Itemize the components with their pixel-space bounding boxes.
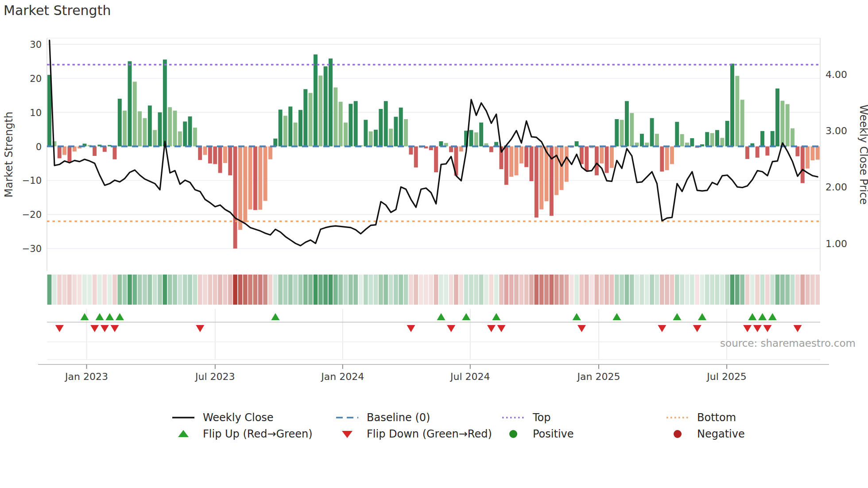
strength-bar (816, 147, 820, 160)
heat-cell (233, 275, 237, 305)
heat-cell (248, 275, 252, 305)
legend-label: Negative (697, 428, 745, 440)
heat-cell (439, 275, 443, 305)
strength-bar (504, 147, 508, 185)
heat-cell (806, 275, 810, 305)
flip-up-marker (105, 313, 114, 320)
heat-cell (775, 275, 780, 305)
strength-bar (620, 120, 624, 147)
flip-up-marker (698, 313, 706, 320)
strength-bar (62, 147, 66, 155)
strength-bar (213, 147, 217, 164)
strength-bar (479, 123, 483, 147)
heat-cell (539, 275, 544, 305)
strength-bar (630, 113, 634, 146)
strength-bar (765, 147, 769, 156)
right-axis-title: Weekly Close Price (857, 105, 868, 205)
strength-bar (519, 147, 523, 163)
strength-bar (324, 66, 328, 147)
heat-cell (489, 275, 493, 305)
strength-bar (725, 121, 729, 147)
legend-item-bottom: Bottom (665, 410, 736, 426)
heat-cell (138, 275, 142, 305)
flip-down-marker (497, 325, 506, 332)
heat-cell (183, 275, 187, 305)
strength-bar (369, 132, 373, 147)
heat-cell (795, 275, 800, 305)
y-left-tick-label: 30 (30, 39, 42, 50)
legend-item-positive: Positive (501, 426, 574, 442)
heat-cell (715, 275, 720, 305)
heat-cell (178, 275, 182, 305)
heat-cell (579, 275, 584, 305)
flip-up-marker (748, 313, 756, 320)
chart-canvas: Jan 2023Jul 2023Jan 2024Jul 2024Jan 2025… (0, 0, 868, 488)
heat-cell (635, 275, 639, 305)
strength-bar (329, 58, 333, 146)
heat-cell (158, 275, 162, 305)
heat-cell (117, 275, 122, 305)
heat-cell (323, 275, 328, 305)
strength-bar (384, 101, 388, 146)
heat-cell (645, 275, 649, 305)
strength-bar (123, 111, 127, 147)
heat-cell (785, 275, 790, 305)
strength-bar (128, 61, 132, 146)
negative-circle-icon (665, 428, 690, 440)
heat-cell (72, 275, 77, 305)
heat-cell (675, 275, 679, 305)
market-strength-figure: Market Strength Jan 2023Jul 2023Jan 2024… (0, 0, 868, 488)
strength-bar (309, 93, 313, 147)
strength-bar (705, 132, 709, 146)
strength-bar (344, 123, 348, 147)
strength-bar (223, 147, 227, 163)
heat-cell (203, 275, 207, 305)
bottom-dotted-icon (665, 411, 690, 424)
heat-cell (62, 275, 67, 305)
heat-cell (630, 275, 634, 305)
strength-bar (294, 123, 298, 147)
heat-cell (263, 275, 267, 305)
x-tick-label: Jul 2024 (450, 371, 490, 382)
flip-down-triangle-icon (335, 428, 360, 440)
heat-cell (640, 275, 644, 305)
strength-bar (303, 89, 307, 146)
heat-cell (188, 275, 192, 305)
heat-cell (283, 275, 288, 305)
strength-bar (283, 116, 287, 146)
legend-item-flip-up: Flip Up (Red→Green) (171, 426, 313, 442)
heat-cell (479, 275, 484, 305)
heat-cell (660, 275, 664, 305)
heat-cell (454, 275, 458, 305)
legend-item-weekly-close: Weekly Close (171, 410, 274, 426)
heat-cell (228, 275, 232, 305)
strength-bar (680, 134, 684, 147)
x-tick-label: Jan 2024 (320, 371, 364, 382)
y-left-tick-label: −30 (22, 244, 42, 254)
heat-cell (218, 275, 222, 305)
heat-cell (720, 275, 725, 305)
heat-cell (700, 275, 705, 305)
weekly-close-line-icon (171, 411, 196, 424)
legend-label: Top (533, 411, 551, 424)
flip-down-marker (447, 325, 455, 332)
heat-cell (499, 275, 504, 305)
heat-cell (710, 275, 714, 305)
y-left-tick-label: −20 (22, 209, 42, 220)
heat-cell (268, 275, 273, 305)
flip-down-marker (693, 325, 701, 332)
strength-bar (515, 147, 519, 175)
strength-bar (575, 141, 579, 147)
strength-bar (600, 147, 604, 163)
heat-cell (108, 275, 112, 305)
strength-bar (314, 54, 318, 147)
flip-up-marker (437, 313, 446, 320)
strength-bar (178, 132, 182, 147)
heat-cell (314, 275, 318, 305)
heat-cell (449, 275, 453, 305)
strength-bar (474, 132, 478, 147)
positive-circle-icon (501, 428, 526, 440)
strength-bar (801, 147, 805, 183)
strength-bar (539, 147, 543, 209)
strength-bar (163, 59, 167, 146)
